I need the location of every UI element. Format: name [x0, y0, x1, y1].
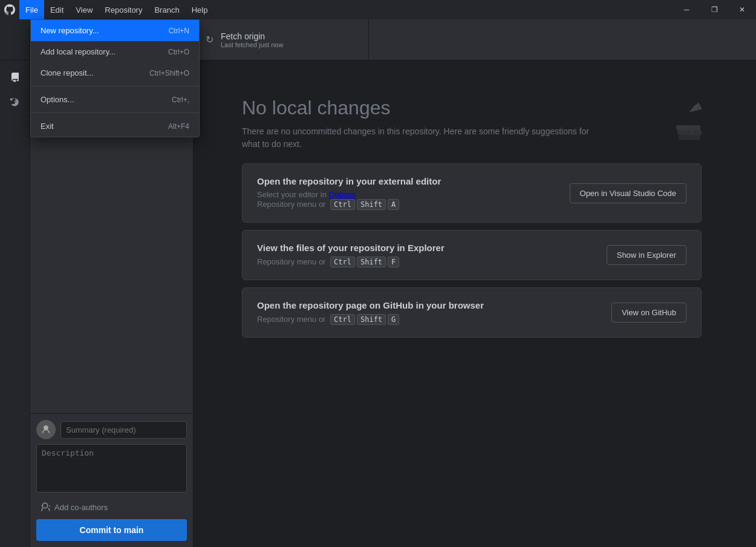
- svg-rect-1: [676, 125, 700, 130]
- close-button[interactable]: ✕: [728, 0, 756, 19]
- fetch-info: Fetch origin Last fetched just now: [221, 31, 283, 48]
- title-bar: File Edit View Repository Branch Help ─ …: [0, 0, 756, 19]
- shortcut-group-1: Ctrl Shift A: [330, 199, 399, 210]
- suggestion-open-editor: Open the repository in your external edi…: [242, 163, 702, 223]
- main-content: No local changes There are no uncommitte…: [194, 61, 756, 547]
- no-changes-header: No local changes There are no uncommitte…: [242, 97, 708, 151]
- suggestion-show-explorer-shortcut: Repository menu or Ctrl Shift F: [257, 257, 445, 267]
- sidebar-history-icon[interactable]: [4, 91, 26, 113]
- menu-divider-2: [31, 113, 199, 113]
- summary-input[interactable]: [60, 421, 187, 439]
- no-changes-title: No local changes: [242, 97, 593, 119]
- menu-exit[interactable]: Exit Alt+F4: [31, 116, 199, 137]
- co-authors-label: Add co-authors: [54, 503, 108, 512]
- suggestion-show-explorer: View the files of your repository in Exp…: [242, 230, 702, 280]
- fetch-origin-button[interactable]: ↻ Fetch origin Last fetched just now: [194, 19, 369, 60]
- menu-bar: File Edit View Repository Branch Help: [19, 0, 213, 19]
- menu-repository[interactable]: Repository: [99, 0, 148, 19]
- commit-area: Add co-authors Commit to main: [30, 413, 193, 547]
- shortcut-group-2: Ctrl Shift F: [330, 257, 399, 267]
- sidebar-icons: [0, 61, 30, 547]
- co-authors-button[interactable]: Add co-authors: [36, 500, 187, 514]
- title-bar-controls: ─ ❐ ✕: [673, 0, 756, 19]
- commit-btn-prefix: Commit to: [80, 525, 124, 535]
- menu-file[interactable]: File: [19, 0, 44, 19]
- fetch-label: Fetch origin: [221, 31, 283, 41]
- suggestion-open-editor-shortcut: Repository menu or Ctrl Shift A: [257, 199, 441, 210]
- suggestions-list: Open the repository in your external edi…: [242, 163, 702, 345]
- menu-view[interactable]: View: [70, 0, 99, 19]
- suggestion-open-editor-sub: Select your editor in Options: [257, 190, 441, 199]
- restore-button[interactable]: ❐: [700, 0, 728, 19]
- suggestion-view-github: Open the repository page on GitHub in yo…: [242, 287, 702, 338]
- menu-divider-1: [31, 86, 199, 87]
- no-changes-container: No local changes There are no uncommitte…: [194, 61, 756, 381]
- refresh-icon: ↻: [206, 34, 213, 45]
- commit-button[interactable]: Commit to main: [36, 519, 187, 541]
- show-in-explorer-button[interactable]: Show in Explorer: [607, 245, 686, 265]
- svg-rect-0: [677, 130, 702, 135]
- suggestion-open-editor-info: Open the repository in your external edi…: [257, 176, 441, 210]
- toolbar-left-spacer: [0, 19, 30, 60]
- no-changes-subtitle: There are no uncommitted changes in this…: [242, 125, 593, 151]
- description-input[interactable]: [36, 444, 187, 493]
- file-dropdown-menu: New repository... Ctrl+N Add local repos…: [30, 19, 200, 137]
- svg-rect-2: [679, 135, 700, 140]
- open-in-vscode-button[interactable]: Open in Visual Studio Code: [570, 183, 686, 203]
- illustration: [647, 97, 708, 151]
- suggestion-view-github-title: Open the repository page on GitHub in yo…: [257, 300, 484, 310]
- suggestion-view-github-info: Open the repository page on GitHub in yo…: [257, 300, 484, 325]
- sidebar-changes-icon[interactable]: [4, 67, 26, 88]
- menu-branch[interactable]: Branch: [148, 0, 185, 19]
- app-icon: [0, 0, 19, 19]
- menu-add-local-repository[interactable]: Add local repository... Ctrl+O: [31, 41, 199, 62]
- no-changes-text: No local changes There are no uncommitte…: [242, 97, 593, 151]
- menu-new-repository[interactable]: New repository... Ctrl+N: [31, 20, 199, 41]
- fetch-sublabel: Last fetched just now: [221, 41, 283, 48]
- commit-btn-branch: main: [124, 525, 144, 535]
- suggestion-view-github-shortcut: Repository menu or Ctrl Shift G: [257, 314, 484, 325]
- menu-edit[interactable]: Edit: [44, 0, 70, 19]
- suggestion-show-explorer-info: View the files of your repository in Exp…: [257, 243, 445, 267]
- options-link[interactable]: Options: [329, 190, 356, 199]
- menu-options[interactable]: Options... Ctrl+,: [31, 89, 199, 110]
- title-bar-left: File Edit View Repository Branch Help: [0, 0, 213, 19]
- view-on-github-button[interactable]: View on GitHub: [611, 303, 686, 323]
- suggestion-show-explorer-title: View the files of your repository in Exp…: [257, 243, 445, 253]
- minimize-button[interactable]: ─: [673, 0, 700, 19]
- commit-row: [36, 420, 187, 439]
- shortcut-group-3: Ctrl Shift G: [330, 314, 399, 325]
- avatar: [36, 420, 56, 439]
- suggestion-open-editor-title: Open the repository in your external edi…: [257, 176, 441, 186]
- menu-help[interactable]: Help: [186, 0, 214, 19]
- menu-clone-repository[interactable]: Clone reposit... Ctrl+Shift+O: [31, 62, 199, 84]
